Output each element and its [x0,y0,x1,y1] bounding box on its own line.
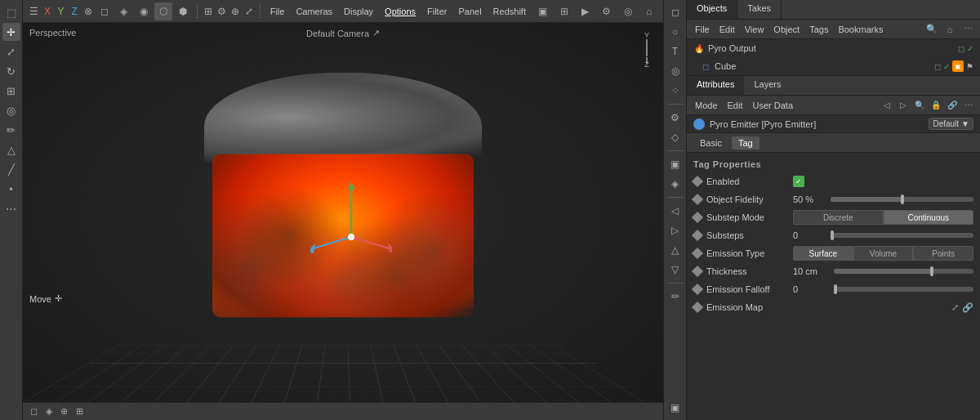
obj-search-icon[interactable]: 🔍 [924,22,939,37]
fidelity-slider[interactable] [831,197,973,202]
attr-forward-icon[interactable]: ▷ [897,99,910,112]
cube-flag-icon[interactable]: ⚑ [966,62,973,71]
mode3-icon[interactable]: ◉ [135,2,153,20]
mode2-icon[interactable]: ◈ [115,2,133,20]
text-mode-icon[interactable]: T [666,42,684,60]
obj-menu-tags[interactable]: Tags [806,24,831,35]
menu-options[interactable]: Options [380,5,421,18]
substeps-slider[interactable] [831,233,973,238]
toggle-discrete[interactable]: Discrete [793,210,884,225]
mode4-icon[interactable]: ⬡ [154,2,172,20]
cube-check2-icon[interactable]: ✓ [943,62,950,71]
render-queue-icon[interactable]: ◎ [619,2,637,20]
attr-back-icon[interactable]: ◁ [880,99,893,112]
subtab-basic[interactable]: Basic [693,136,728,150]
tab-layers[interactable]: Layers [744,76,791,95]
settings-mode-icon[interactable]: ⚙ [666,109,684,127]
hub-icon[interactable]: ⌂ [640,2,658,20]
obj-menu-file[interactable]: File [692,24,713,35]
substepmode-diamond-icon[interactable] [692,212,703,223]
mode1-icon[interactable]: ◻ [96,2,114,20]
fidelity-diamond-icon[interactable] [692,194,703,205]
camera-mode-icon[interactable]: ◎ [666,62,684,80]
pyro-check1-icon[interactable]: ◻ [958,44,964,53]
object-item-cube[interactable]: ◻ Cube ◻ ✓ ▣ ⚑ [687,57,980,75]
substeps-diamond-icon[interactable] [692,230,703,241]
diamond-mode-icon[interactable]: ◇ [666,128,684,146]
material-mode-icon[interactable]: ◈ [666,175,684,193]
forward-icon[interactable]: ▷ [666,221,684,239]
obj-home-icon[interactable]: ⌂ [942,22,957,37]
default-dropdown[interactable]: Default ▼ [929,118,973,130]
vp-btn-4[interactable]: ⊞ [74,405,86,418]
sphere-mode-icon[interactable]: ○ [666,23,684,41]
tab-takes[interactable]: Takes [737,0,782,19]
emissionmap-expand-icon[interactable]: ⤢ [951,302,959,313]
render-vr-icon[interactable]: ▣ [534,2,552,20]
emission-surface[interactable]: Surface [793,246,853,261]
render-settings-icon[interactable]: ⚙ [598,2,616,20]
vp-btn-2[interactable]: ◈ [43,405,55,418]
up-icon[interactable]: △ [666,241,684,259]
emission-points[interactable]: Points [913,246,973,261]
enabled-diamond-icon[interactable] [692,176,703,187]
thickness-slider[interactable] [834,269,973,274]
vp-btn-3[interactable]: ⊕ [58,405,70,418]
attr-more-icon[interactable]: ⋯ [962,99,975,112]
toggle-continuous[interactable]: Continuous [884,210,974,225]
enabled-checkbox[interactable]: ✓ [793,176,804,187]
emissionmap-link-icon[interactable]: 🔗 [962,302,973,313]
cube-orange-icon[interactable]: ▣ [952,60,964,72]
point-icon[interactable]: • [2,180,20,198]
edge-icon[interactable]: ╱ [2,160,20,178]
menu-file[interactable]: File [265,5,290,18]
obj-menu-object[interactable]: Object [770,24,803,35]
obj-menu-bookmarks[interactable]: Bookmarks [835,24,886,35]
paint2-icon[interactable]: ✏ [666,288,684,306]
x-axis-label[interactable]: X [42,2,54,20]
cube-mode-icon[interactable]: ◻ [666,3,684,21]
object-item-pyro-output[interactable]: 🔥 Pyro Output ◻ ✓ [687,39,980,57]
falloff-diamond-icon[interactable] [692,284,703,295]
obj-menu-edit[interactable]: Edit [716,24,738,35]
cube-check1-icon[interactable]: ◻ [934,62,941,71]
render-mode-icon[interactable]: ▣ [666,155,684,173]
attr-edit[interactable]: Edit [724,100,746,111]
obj-more-icon[interactable]: ⋯ [960,22,975,37]
down-icon[interactable]: ▽ [666,261,684,279]
menu-panel[interactable]: Panel [453,5,486,18]
back-icon[interactable]: ◁ [666,202,684,220]
menu-display[interactable]: Display [339,5,378,18]
more-tools-icon[interactable]: ⋯ [2,199,20,217]
scale-icon[interactable]: ⤢ [2,42,20,60]
transform-icon[interactable]: ⊞ [2,82,20,100]
mode5-icon[interactable]: ⬢ [174,2,192,20]
tab-attributes[interactable]: Attributes [687,76,744,95]
vp-btn-1[interactable]: ◻ [28,405,40,418]
camera-tool-icon[interactable]: ◎ [2,101,20,119]
attr-search-icon[interactable]: 🔍 [913,99,926,112]
obj-menu-view[interactable]: View [742,24,768,35]
thickness-diamond-icon[interactable] [692,266,703,277]
particles-mode-icon[interactable]: ⁘ [666,82,684,100]
emissionmap-diamond-icon[interactable] [692,302,703,313]
attr-mode[interactable]: Mode [692,100,721,111]
live-mode-icon[interactable]: ✛ [2,23,20,41]
polygon-icon[interactable]: △ [2,141,20,159]
measure-icon[interactable]: ⤢ [243,2,255,20]
menu-filter[interactable]: Filter [422,5,452,18]
z-axis-label[interactable]: Z [69,2,81,20]
attr-link-icon[interactable]: 🔗 [946,99,959,112]
y-axis-label[interactable]: Y [55,2,67,20]
viewport[interactable]: Y Z Perspective Default Camera ↗ Move ✛ [23,23,663,402]
pyro-check2-icon[interactable]: ✓ [967,44,973,53]
select-icon[interactable]: ⬚ [2,3,20,21]
grid-icon[interactable]: ⊞ [203,2,215,20]
paint-icon[interactable]: ✏ [2,121,20,139]
snap-icon[interactable]: ⚙ [216,2,228,20]
falloff-slider[interactable] [834,287,973,292]
attr-userdata[interactable]: User Data [750,100,797,111]
render-region-icon[interactable]: ⊞ [555,2,573,20]
menu-redshift[interactable]: Redshift [488,5,531,18]
axis-icon[interactable]: ⊕ [229,2,242,20]
